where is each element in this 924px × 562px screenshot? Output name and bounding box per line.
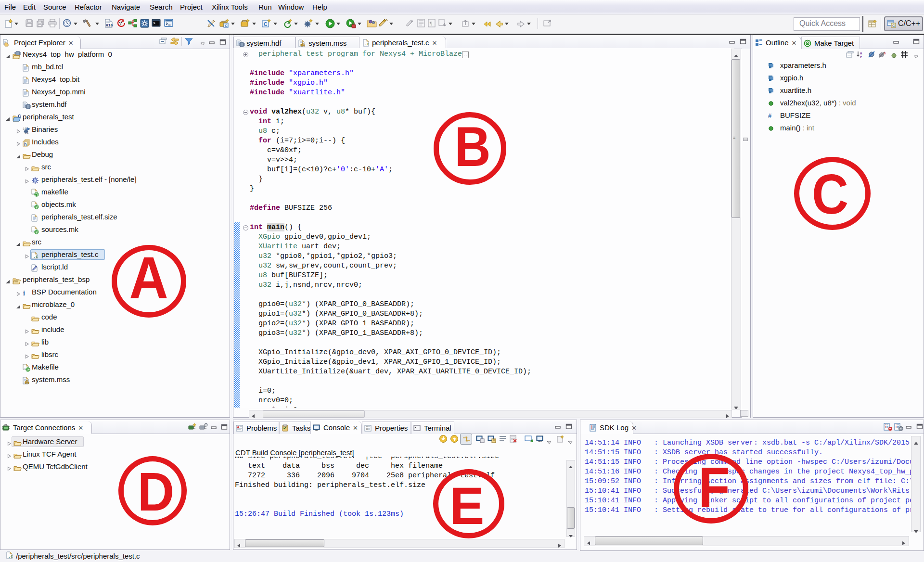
svg-text:.c: .c — [8, 554, 13, 559]
svg-text:#: # — [768, 112, 772, 119]
svg-text:010: 010 — [106, 23, 113, 27]
svg-text:s: s — [884, 51, 886, 55]
svg-text:.c: .c — [365, 42, 370, 47]
svg-text:.c: .c — [33, 255, 38, 259]
svg-text:C: C — [18, 114, 21, 118]
svg-text:z: z — [860, 55, 862, 59]
svg-text:i: i — [23, 290, 25, 297]
svg-text:¶: ¶ — [430, 20, 432, 26]
svg-text:C: C — [264, 22, 267, 27]
svg-text:C: C — [892, 24, 895, 27]
svg-text:C: C — [225, 24, 228, 28]
svg-text:h: h — [24, 142, 27, 147]
